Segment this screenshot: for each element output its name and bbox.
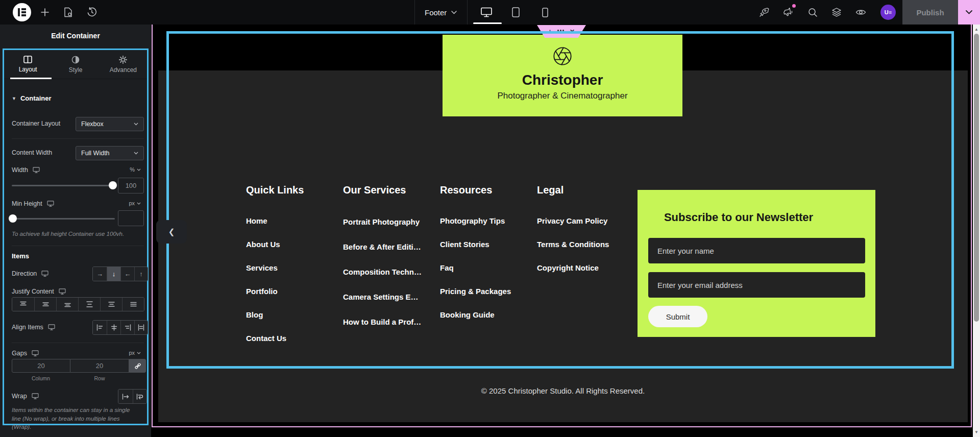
width-slider-knob[interactable] (109, 181, 117, 189)
drag-handle-icon[interactable] (557, 30, 564, 34)
direction-column-button[interactable]: ↓ (107, 267, 120, 281)
justify-start-button[interactable] (12, 298, 34, 311)
checklist-rocket-button[interactable] (755, 0, 773, 25)
scroll-down-icon[interactable]: ▼ (973, 430, 980, 434)
publish-options-button[interactable] (958, 0, 980, 25)
device-mobile-button[interactable] (536, 0, 554, 25)
footer-link[interactable]: Booking Guide (440, 310, 511, 320)
direction-row-button[interactable]: → (93, 267, 107, 281)
responsive-desktop-icon[interactable] (33, 167, 40, 173)
justify-space-around-button[interactable] (100, 298, 122, 311)
tab-advanced[interactable]: Advanced (100, 50, 147, 79)
gap-row-input[interactable] (70, 359, 129, 373)
panel-collapse-button[interactable]: ❮ (156, 220, 187, 244)
direction-button-group: → ↓ ← ↑ (92, 266, 148, 281)
footer-brand-card[interactable]: Christopher Photographer & Cinematograph… (443, 35, 682, 116)
responsive-desktop-icon[interactable] (32, 350, 39, 356)
min-height-slider[interactable] (12, 218, 115, 220)
gap-column-input[interactable] (12, 359, 70, 373)
section-container-header[interactable]: ▼ Container (12, 94, 52, 102)
footer-link[interactable]: Composition Techn… (343, 267, 422, 277)
footer-link[interactable]: Services (246, 263, 304, 273)
footer-link[interactable]: Privacy Cam Policy (537, 216, 609, 226)
page-settings-button[interactable] (59, 0, 77, 25)
newsletter-name-input[interactable] (648, 238, 865, 263)
user-avatar[interactable]: U≡ (880, 5, 896, 20)
device-tablet-button[interactable] (507, 0, 524, 25)
footer-link[interactable]: Terms & Conditions (537, 239, 609, 249)
document-switcher[interactable]: Footer (418, 0, 464, 25)
justify-center-button[interactable] (34, 298, 56, 311)
justify-space-between-button[interactable] (78, 298, 100, 311)
add-new-button[interactable] (36, 0, 54, 25)
footer-link[interactable]: Pricing & Packages (440, 286, 511, 296)
content-width-select[interactable]: Full Width (76, 146, 144, 160)
gap-link-button[interactable] (129, 359, 146, 373)
container-edit-handle[interactable]: + ✕ (537, 25, 586, 38)
scroll-up-icon[interactable]: ▲ (973, 27, 980, 32)
width-slider[interactable] (12, 185, 115, 186)
chevron-down-icon (134, 123, 138, 126)
min-height-unit-select[interactable]: px (129, 200, 141, 206)
newsletter-submit-button[interactable]: Submit (648, 306, 707, 327)
footer-link[interactable]: About Us (246, 239, 304, 249)
footer-link[interactable]: Home (246, 216, 304, 226)
no-wrap-button[interactable] (118, 390, 133, 403)
structure-button[interactable] (828, 0, 845, 25)
preview-scrollbar[interactable]: ▲ ▼ (973, 25, 980, 437)
justify-space-between-icon (86, 301, 93, 307)
footer-link[interactable]: Client Stories (440, 239, 511, 249)
direction-row-reverse-button[interactable]: ← (120, 267, 134, 281)
whats-new-button[interactable] (779, 0, 797, 25)
responsive-desktop-icon[interactable] (48, 324, 55, 330)
collapse-caret-icon: ▼ (12, 96, 16, 101)
gaps-unit-select[interactable]: px (129, 350, 141, 356)
footer-link[interactable]: Blog (246, 310, 304, 320)
notification-dot (792, 4, 796, 8)
history-button[interactable] (83, 0, 101, 25)
justify-space-evenly-button[interactable] (122, 298, 144, 311)
container-layout-select[interactable]: Flexbox (76, 117, 144, 131)
container-layout-label: Container Layout (12, 120, 60, 127)
footer-link[interactable]: Camera Settings E… (343, 292, 422, 302)
footer-link[interactable]: Faq (440, 263, 511, 273)
min-height-value-input[interactable] (118, 210, 144, 226)
responsive-desktop-icon[interactable] (59, 288, 66, 295)
width-value-input[interactable] (118, 178, 144, 193)
footer-link[interactable]: Before & After Editi… (343, 242, 422, 252)
footer-link[interactable]: Portrait Photography (343, 217, 422, 227)
direction-column-reverse-button[interactable]: ↑ (134, 267, 148, 281)
finder-search-button[interactable] (804, 0, 821, 25)
add-container-icon[interactable]: + (548, 29, 552, 35)
preview-button[interactable] (852, 0, 869, 25)
align-start-button[interactable] (93, 321, 107, 334)
wrap-button[interactable] (133, 390, 146, 403)
align-stretch-button[interactable] (134, 321, 148, 334)
width-unit-select[interactable]: % (130, 166, 141, 173)
responsive-desktop-icon[interactable] (41, 271, 48, 277)
gap-column-caption: Column (12, 375, 70, 381)
publish-button[interactable]: Publish (902, 0, 958, 25)
footer-link[interactable]: How to Build a Prof… (343, 317, 422, 327)
min-height-slider-knob[interactable] (9, 214, 17, 223)
tab-layout[interactable]: Layout (4, 50, 52, 79)
footer-link[interactable]: Contact Us (246, 333, 304, 343)
tab-style[interactable]: Style (52, 50, 99, 79)
panel-title: Edit Container (0, 32, 151, 40)
device-desktop-button[interactable] (478, 0, 495, 25)
footer-link[interactable]: Photography Tips (440, 216, 511, 226)
elementor-logo[interactable] (13, 3, 31, 21)
scrollbar-thumb[interactable] (974, 34, 979, 322)
align-end-button[interactable] (120, 321, 134, 334)
footer-link[interactable]: Copyright Notice (537, 263, 609, 273)
delete-container-icon[interactable]: ✕ (570, 29, 575, 35)
newsletter-email-input[interactable] (648, 272, 865, 298)
responsive-desktop-icon[interactable] (32, 393, 39, 399)
align-center-button[interactable] (107, 321, 120, 334)
footer-link[interactable]: Portfolio (246, 286, 304, 296)
preview-canvas[interactable]: + ✕ Christopher Photographer & Cinematog… (151, 25, 980, 437)
gear-icon (119, 56, 127, 64)
responsive-desktop-icon[interactable] (47, 201, 54, 207)
justify-end-button[interactable] (56, 298, 78, 311)
column-title: Legal (537, 184, 609, 196)
